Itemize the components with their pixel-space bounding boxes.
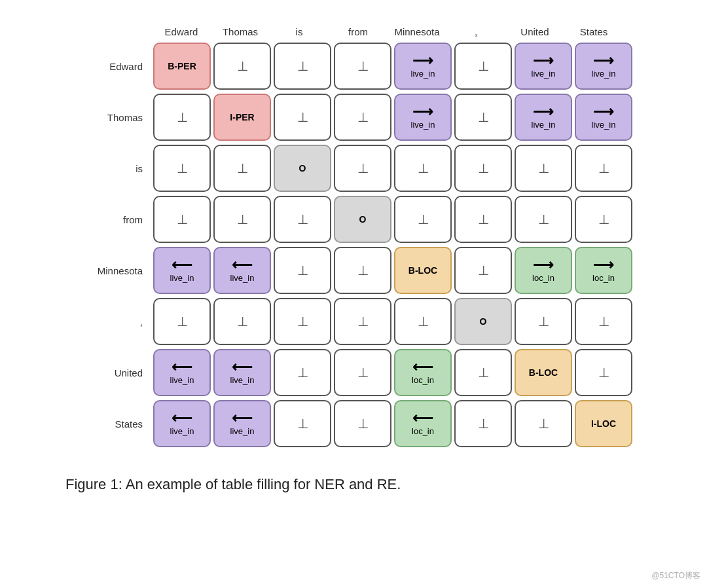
cell-5-6: ⊥ [515, 298, 572, 345]
cell-0-5: ⊥ [454, 43, 512, 90]
cell-0-1: ⊥ [213, 43, 271, 90]
cell-text: ⊥ [357, 160, 369, 176]
cell-text: ⊥ [297, 314, 308, 329]
cell-3-1: ⊥ [213, 196, 271, 243]
cell-1-3: ⊥ [334, 94, 391, 141]
cell-3-3: O [334, 196, 391, 243]
grid-row-2: is⊥⊥O⊥⊥⊥⊥⊥ [73, 143, 634, 193]
cell-text: ⊥ [297, 58, 308, 74]
arrow-icon: ⟵ [412, 411, 433, 426]
figure-caption: Figure 1: An example of table filling fo… [39, 476, 668, 493]
arrow-icon: ⟵ [172, 411, 192, 426]
cell-5-4: ⊥ [394, 298, 452, 345]
cell-7-1: ⟵live_in [213, 400, 271, 447]
cell-6-5: ⊥ [454, 349, 512, 396]
cell-7-3: ⊥ [334, 400, 391, 447]
cell-5-7: ⊥ [575, 298, 632, 345]
cell-text: ⊥ [598, 314, 609, 329]
cell-4-4: B-LOC [394, 247, 452, 294]
cell-label: live_in [230, 375, 255, 385]
cell-label: loc_in [592, 273, 615, 283]
cell-1-5: ⊥ [454, 94, 512, 141]
cell-text: ⊥ [478, 109, 489, 125]
col-header-states: States [564, 26, 623, 41]
cell-4-0: ⟵live_in [153, 247, 211, 294]
cell-0-6: ⟶live_in [515, 43, 572, 90]
cell-label: live_in [411, 120, 435, 130]
cell-text: ⊥ [297, 263, 308, 278]
cell-text: ⊥ [237, 211, 248, 227]
cell-text: B-PER [168, 61, 196, 71]
row-label-1: Thomas [73, 112, 152, 123]
cell-text: ⊥ [478, 58, 489, 74]
arrow-icon: ⟵ [232, 411, 253, 426]
row-label-5: , [73, 316, 152, 327]
grid-row-0: EdwardB-PER⊥⊥⊥⟶live_in⊥⟶live_in⟶live_in [73, 41, 634, 91]
cell-text: ⊥ [598, 211, 609, 227]
arrow-icon: ⟵ [172, 258, 192, 272]
cell-text: O [480, 316, 487, 327]
cell-label: live_in [532, 69, 556, 79]
cell-3-6: ⊥ [515, 196, 572, 243]
cell-text: ⊥ [418, 314, 429, 329]
watermark: @51CTO博客 [651, 570, 700, 581]
cell-4-6: ⟶loc_in [515, 247, 572, 294]
arrow-icon: ⟵ [412, 360, 433, 375]
cell-7-2: ⊥ [274, 400, 331, 447]
cell-7-5: ⊥ [454, 400, 512, 447]
cell-text: ⊥ [177, 109, 188, 125]
cell-text: I-LOC [591, 418, 616, 429]
cell-3-4: ⊥ [394, 196, 452, 243]
row-label-2: is [73, 163, 152, 174]
cell-6-3: ⊥ [334, 349, 391, 396]
cell-5-3: ⊥ [334, 298, 391, 345]
cell-2-4: ⊥ [394, 145, 452, 192]
grid-rows: EdwardB-PER⊥⊥⊥⟶live_in⊥⟶live_in⟶live_inT… [73, 41, 634, 450]
cell-text: ⊥ [418, 211, 429, 227]
col-header-from: from [329, 26, 388, 41]
cell-2-2: O [274, 145, 331, 192]
cell-text: O [359, 214, 367, 225]
cell-text: ⊥ [478, 365, 489, 380]
main-container: EdwardThomasisfromMinnesota,UnitedStates… [13, 13, 694, 506]
cell-text: ⊥ [297, 211, 308, 227]
cell-2-6: ⊥ [515, 145, 572, 192]
row-label-0: Edward [73, 61, 152, 72]
cell-2-7: ⊥ [575, 145, 632, 192]
cell-label: live_in [230, 426, 255, 436]
cell-4-7: ⟶loc_in [575, 247, 632, 294]
cell-3-2: ⊥ [274, 196, 331, 243]
cell-label: live_in [170, 375, 194, 385]
cell-0-4: ⟶live_in [394, 43, 452, 90]
cell-6-2: ⊥ [274, 349, 331, 396]
cell-7-0: ⟵live_in [153, 400, 211, 447]
cell-1-1: I-PER [213, 94, 271, 141]
arrow-icon: ⟶ [533, 54, 554, 68]
cell-text: ⊥ [538, 314, 549, 329]
cell-text: B-LOC [408, 265, 437, 276]
cell-text: ⊥ [357, 58, 369, 74]
cell-text: ⊥ [538, 416, 549, 432]
cell-text: O [299, 163, 306, 174]
cell-text: ⊥ [418, 160, 429, 176]
cell-text: ⊥ [538, 160, 549, 176]
cell-6-4: ⟵loc_in [394, 349, 452, 396]
cell-label: live_in [411, 69, 435, 79]
arrow-icon: ⟵ [172, 360, 192, 375]
cell-1-2: ⊥ [274, 94, 331, 141]
cell-text: B-LOC [529, 367, 558, 378]
cell-text: ⊥ [357, 263, 369, 278]
cell-text: ⊥ [478, 416, 489, 432]
cell-5-5: O [454, 298, 512, 345]
cell-label: live_in [592, 69, 616, 79]
cell-3-7: ⊥ [575, 196, 632, 243]
arrow-icon: ⟶ [593, 258, 614, 272]
cell-6-7: ⊥ [575, 349, 632, 396]
row-label-6: United [73, 367, 152, 378]
cell-label: live_in [532, 120, 556, 130]
cell-2-0: ⊥ [153, 145, 211, 192]
cell-1-0: ⊥ [153, 94, 211, 141]
cell-5-0: ⊥ [153, 298, 211, 345]
arrow-icon: ⟶ [533, 258, 554, 272]
cell-text: ⊥ [478, 160, 489, 176]
